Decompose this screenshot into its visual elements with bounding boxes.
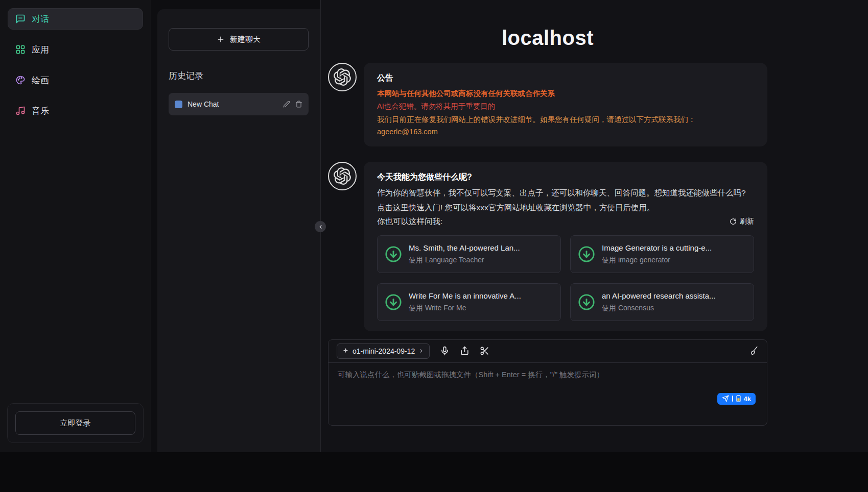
chat-list-item[interactable]: New Chat bbox=[169, 93, 309, 115]
scissors-icon bbox=[480, 346, 489, 356]
music-note-icon bbox=[15, 106, 26, 116]
sidebar-item-apps[interactable]: 应用 bbox=[8, 39, 143, 60]
sidebar: 对话 应用 绘画 音乐 立即登录 bbox=[0, 0, 151, 452]
login-button[interactable]: 立即登录 bbox=[15, 411, 135, 435]
suggestion-subtitle: 使用 image generator bbox=[602, 256, 712, 265]
chat-list-panel: 新建聊天 历史记录 New Chat bbox=[157, 9, 320, 452]
announcement-line: 我们目前正在修复我们网站上的错误并改进细节。如果您有任何疑问，请通过以下方式联系… bbox=[377, 114, 754, 125]
sparkle-icon bbox=[342, 348, 349, 354]
chat-bubble-icon bbox=[15, 14, 26, 24]
suggestion-title: Ms. Smith, the AI-powered Lan... bbox=[409, 243, 520, 252]
openai-logo-icon bbox=[334, 68, 351, 86]
chat-main: localhost 公告 本网站与任何其他公司或商标没有任何关联或合作关系 AI… bbox=[320, 0, 868, 452]
new-chat-label: 新建聊天 bbox=[230, 35, 261, 44]
history-title: 历史记录 bbox=[169, 70, 309, 82]
send-icon bbox=[722, 395, 729, 402]
suggestion-grid: Ms. Smith, the AI-powered Lan... 使用 Lang… bbox=[377, 235, 754, 321]
chat-item-title: New Chat bbox=[187, 100, 278, 108]
sidebar-item-label: 应用 bbox=[32, 44, 49, 56]
app-window: 对话 应用 绘画 音乐 立即登录 bbox=[0, 0, 868, 492]
openai-logo-icon bbox=[334, 167, 351, 185]
model-label: o1-mini-2024-09-12 bbox=[353, 347, 415, 355]
plus-icon bbox=[217, 35, 225, 43]
refresh-icon bbox=[730, 218, 737, 225]
message-input[interactable] bbox=[329, 363, 767, 425]
arrow-down-circle-icon bbox=[578, 293, 595, 311]
sidebar-item-drawing[interactable]: 绘画 bbox=[8, 69, 143, 91]
ask-hint: 你也可以这样问我: bbox=[377, 216, 442, 227]
sidebar-item-chat[interactable]: 对话 bbox=[8, 8, 143, 30]
announcement-line: AI也会犯错。请勿将其用于重要目的 bbox=[377, 101, 754, 112]
bottom-strip bbox=[0, 452, 868, 492]
welcome-body: 作为你的智慧伙伴，我不仅可以写文案、出点子，还可以和你聊天、回答问题。想知道我还… bbox=[377, 186, 754, 215]
suggestion-title: Write For Me is an innovative A... bbox=[409, 291, 521, 300]
microphone-icon bbox=[440, 346, 450, 356]
welcome-bubble: 今天我能为您做些什么呢? 作为你的智慧伙伴，我不仅可以写文案、出点子，还可以和你… bbox=[364, 162, 767, 331]
arrow-down-circle-icon bbox=[385, 245, 402, 263]
assistant-avatar bbox=[328, 162, 357, 190]
welcome-title: 今天我能为您做些什么呢? bbox=[377, 172, 754, 183]
composer-body: 4k bbox=[329, 363, 767, 425]
upload-button[interactable] bbox=[460, 346, 470, 356]
suggestion-title: an AI-powered research assista... bbox=[602, 291, 716, 300]
upload-icon bbox=[460, 346, 470, 356]
composer: o1-mini-2024-09-12 bbox=[328, 339, 767, 426]
announcement-title: 公告 bbox=[377, 73, 754, 84]
sidebar-item-music[interactable]: 音乐 bbox=[8, 100, 143, 121]
broom-icon bbox=[749, 346, 759, 356]
microphone-button[interactable] bbox=[440, 346, 450, 356]
message-welcome: 今天我能为您做些什么呢? 作为你的智慧伙伴，我不仅可以写文案、出点子，还可以和你… bbox=[328, 162, 767, 331]
token-count: 4k bbox=[744, 395, 751, 403]
announcement-bubble: 公告 本网站与任何其他公司或商标没有任何关联或合作关系 AI也会犯错。请勿将其用… bbox=[364, 63, 767, 146]
apps-grid-icon bbox=[15, 44, 26, 55]
suggestion-card[interactable]: an AI-powered research assista... 使用 Con… bbox=[570, 283, 754, 321]
suggestion-title: Image Generator is a cutting-e... bbox=[602, 243, 712, 252]
sidebar-footer: 立即登录 bbox=[7, 403, 144, 443]
contact-email-link[interactable]: ageerle@163.com bbox=[377, 128, 438, 136]
suggestion-card[interactable]: Image Generator is a cutting-e... 使用 ima… bbox=[570, 235, 754, 273]
composer-toolbar: o1-mini-2024-09-12 bbox=[329, 340, 767, 363]
model-selector[interactable]: o1-mini-2024-09-12 bbox=[337, 343, 430, 359]
palette-icon bbox=[15, 75, 26, 85]
badge-divider bbox=[732, 396, 733, 402]
assistant-avatar bbox=[328, 63, 357, 91]
chevron-right-icon bbox=[418, 348, 424, 354]
suggestion-subtitle: 使用 Consensus bbox=[602, 304, 716, 313]
message-announcement: 公告 本网站与任何其他公司或商标没有任何关联或合作关系 AI也会犯错。请勿将其用… bbox=[328, 63, 767, 146]
clear-context-button[interactable] bbox=[749, 346, 759, 356]
edit-icon[interactable] bbox=[283, 101, 290, 108]
page-title: localhost bbox=[328, 27, 767, 50]
chat-item-actions bbox=[283, 101, 302, 108]
scissors-button[interactable] bbox=[480, 346, 489, 356]
sidebar-item-label: 绘画 bbox=[32, 75, 49, 86]
sidebar-item-label: 音乐 bbox=[32, 105, 49, 117]
chat-item-icon bbox=[175, 101, 182, 108]
announcement-line: 本网站与任何其他公司或商标没有任何关联或合作关系 bbox=[377, 88, 754, 99]
refresh-label: 刷新 bbox=[740, 217, 754, 226]
send-token-badge[interactable]: 4k bbox=[717, 393, 756, 405]
suggestion-subtitle: 使用 Language Teacher bbox=[409, 256, 520, 265]
suggestion-card[interactable]: Ms. Smith, the AI-powered Lan... 使用 Lang… bbox=[377, 235, 561, 273]
new-chat-button[interactable]: 新建聊天 bbox=[169, 28, 309, 51]
suggestion-card[interactable]: Write For Me is an innovative A... 使用 Wr… bbox=[377, 283, 561, 321]
arrow-down-circle-icon bbox=[385, 293, 402, 311]
chevron-left-icon bbox=[318, 224, 323, 230]
arrow-down-circle-icon bbox=[578, 245, 595, 263]
token-gauge-icon bbox=[736, 395, 741, 402]
delete-icon[interactable] bbox=[295, 101, 302, 108]
collapse-sidebar-button[interactable] bbox=[315, 221, 326, 232]
suggestion-subtitle: 使用 Write For Me bbox=[409, 304, 521, 313]
refresh-button[interactable]: 刷新 bbox=[730, 217, 754, 226]
sidebar-item-label: 对话 bbox=[32, 13, 49, 25]
